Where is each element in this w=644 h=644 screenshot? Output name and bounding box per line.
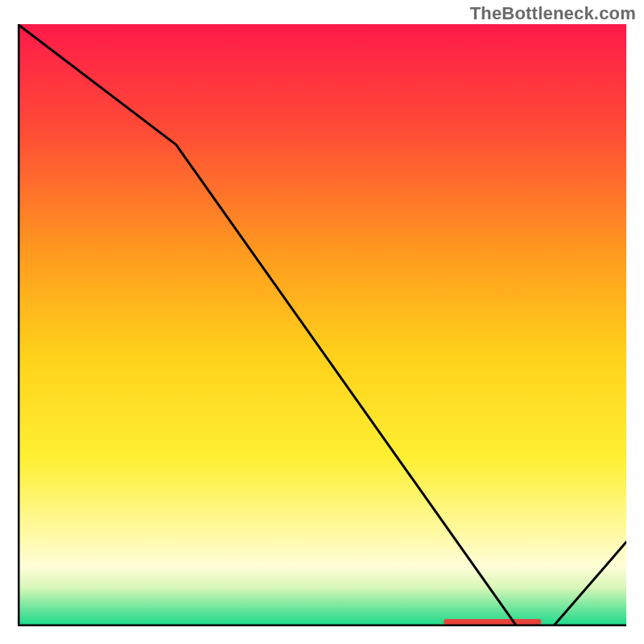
gradient-rect [18,24,626,626]
chart-svg [18,24,626,626]
watermark-label: TheBottleneck.com [470,3,636,24]
plot-area [18,24,626,626]
chart-stage: TheBottleneck.com [0,0,644,644]
optimal-range-marker [444,619,541,625]
